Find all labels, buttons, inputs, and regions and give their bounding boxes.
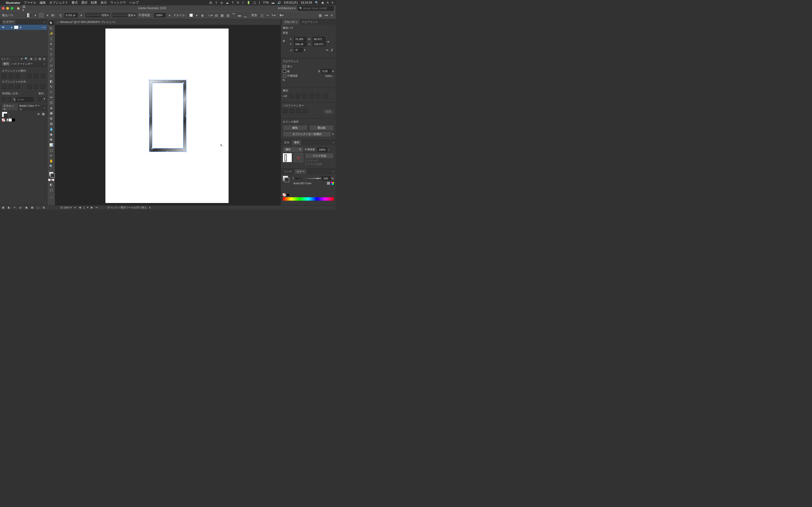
selection-tool[interactable] bbox=[48, 20, 54, 25]
timemachine-icon[interactable]: ↻ bbox=[237, 1, 239, 4]
locate-icon[interactable]: ⬈ bbox=[20, 57, 23, 60]
arrange-docs-icon[interactable]: ▥ ▾ bbox=[22, 6, 27, 10]
battery-pct[interactable]: 77% bbox=[263, 1, 269, 4]
stroke-dropdown-icon[interactable]: ▾ bbox=[45, 13, 49, 17]
menu-select[interactable]: 選択 bbox=[81, 0, 88, 5]
swatch-grid-icon[interactable]: ▦ bbox=[41, 112, 45, 116]
maximize-window-button[interactable] bbox=[11, 7, 13, 10]
shape-builder-tool[interactable]: ⬙ bbox=[48, 105, 54, 110]
lasso-tool[interactable]: ⟆ bbox=[48, 36, 54, 41]
hand-tool[interactable]: ✋ bbox=[48, 158, 54, 163]
sb-icon2[interactable]: ◧ bbox=[8, 206, 11, 209]
recolor-icon[interactable]: ◐ bbox=[201, 13, 204, 17]
p-align-r[interactable] bbox=[303, 94, 307, 98]
grid-icon[interactable]: ▦ bbox=[318, 13, 322, 17]
style-dropdown-icon[interactable]: ▾ bbox=[195, 13, 199, 17]
align-vcenter-button[interactable] bbox=[34, 74, 39, 78]
make-mask-button[interactable]: マスク作成 bbox=[305, 153, 334, 159]
stroke-box[interactable] bbox=[283, 69, 286, 73]
trans-preview[interactable] bbox=[283, 153, 292, 162]
release-button[interactable]: 解除 bbox=[283, 125, 307, 131]
nav-first-icon[interactable]: ⇤ bbox=[74, 206, 77, 209]
stroke-weight-field[interactable] bbox=[64, 13, 78, 17]
arrange-button[interactable]: 重ね順 bbox=[309, 125, 334, 131]
dist-left-button[interactable] bbox=[27, 84, 32, 89]
graph-tool[interactable]: 📊 bbox=[48, 143, 54, 147]
disclosure-icon[interactable]: ▸ bbox=[11, 26, 12, 29]
clock-date[interactable]: 8月3日(月) bbox=[284, 1, 298, 5]
zoom-tool[interactable]: 🔍 bbox=[48, 164, 54, 169]
color-chip2[interactable] bbox=[331, 182, 334, 185]
align-to-icon[interactable]: ▭▾ bbox=[209, 13, 212, 17]
find-icon[interactable]: 🔍 bbox=[24, 57, 28, 60]
dist-bottom-button[interactable] bbox=[15, 84, 20, 89]
isolate-icon[interactable]: ✂ bbox=[266, 13, 270, 17]
shaper-tool[interactable]: ⟐ bbox=[48, 73, 54, 78]
sb-icon5[interactable]: ▣ bbox=[25, 206, 29, 209]
pf-unite[interactable] bbox=[283, 109, 287, 113]
tint-field[interactable] bbox=[322, 176, 331, 181]
properties-tab[interactable]: プロパティ bbox=[282, 19, 299, 24]
notification-icon[interactable]: ≡ bbox=[332, 1, 333, 4]
links-tab[interactable]: リンク bbox=[282, 169, 294, 174]
mesh-tool[interactable]: ⊞ bbox=[48, 116, 54, 121]
opacity-value[interactable]: 100% bbox=[325, 74, 332, 77]
transparency-menu-icon[interactable]: ≡ bbox=[333, 141, 334, 144]
edit-toolbar-button[interactable]: ⋯ bbox=[48, 194, 54, 200]
menu-help[interactable]: ヘルプ bbox=[129, 0, 139, 5]
status-icon[interactable]: ⁂ bbox=[209, 1, 212, 4]
fill-dropdown-icon[interactable]: ▾ bbox=[33, 13, 37, 17]
p-align-l[interactable] bbox=[289, 94, 293, 98]
scale-tool[interactable]: ⤢ bbox=[48, 89, 54, 94]
x-field[interactable] bbox=[294, 37, 306, 41]
space-h-button[interactable] bbox=[7, 97, 11, 102]
color-menu-icon[interactable]: ≡ bbox=[333, 170, 334, 173]
none-swatch[interactable] bbox=[283, 193, 286, 196]
layers-panel-menu-icon[interactable]: ≡ bbox=[44, 20, 45, 23]
color-tab[interactable]: カラー bbox=[295, 169, 306, 174]
workspace-dropdown[interactable]: Architecture ▾ bbox=[278, 6, 296, 10]
paintbrush-tool[interactable]: 🖌 bbox=[48, 68, 54, 73]
slice-tool[interactable]: ✂ bbox=[48, 153, 54, 158]
edit-icon[interactable]: ✎▾ bbox=[272, 13, 275, 17]
flip-v-icon[interactable]: ⇵ bbox=[330, 48, 334, 52]
artboard-field[interactable]: 1 bbox=[83, 206, 85, 209]
align-top-icon[interactable]: ▔ bbox=[232, 13, 236, 17]
menu-effect[interactable]: 効果 bbox=[91, 0, 97, 5]
minimize-window-button[interactable] bbox=[6, 7, 9, 10]
magic-wand-tool[interactable]: ✨ bbox=[48, 31, 54, 36]
batch-select-button[interactable]: オブジェクトを一括選択 bbox=[283, 131, 331, 137]
rotate-tool[interactable]: ↻ bbox=[48, 84, 54, 89]
pf-intersect[interactable] bbox=[296, 109, 301, 113]
sb-icon6[interactable]: ▦ bbox=[31, 206, 34, 209]
type-tool[interactable]: T bbox=[48, 52, 54, 57]
fx-button[interactable]: fx. bbox=[283, 78, 286, 81]
align-hcenter-icon[interactable]: ▦ bbox=[220, 13, 224, 17]
align-more-icon[interactable]: ⋯ bbox=[331, 94, 334, 98]
nav-last-icon[interactable]: ⇥ bbox=[95, 206, 97, 209]
pen-tool[interactable]: ✒ bbox=[48, 42, 54, 46]
airplay-icon[interactable]: ▢ bbox=[253, 1, 256, 4]
fill-box[interactable] bbox=[283, 65, 286, 68]
alignto-button[interactable] bbox=[38, 97, 41, 102]
align-right-icon[interactable]: ▥ bbox=[226, 13, 230, 17]
home-icon[interactable]: 🏠 bbox=[17, 7, 20, 10]
menu-window[interactable]: ウィンドウ bbox=[110, 0, 126, 5]
bluetooth-icon[interactable]: ᚼ bbox=[242, 1, 244, 4]
sublayer-icon[interactable]: ◫ bbox=[34, 57, 37, 60]
trash-icon[interactable]: 🗑 bbox=[43, 57, 46, 60]
w-field[interactable] bbox=[313, 37, 325, 41]
pathfinder-tab[interactable]: パスファインダー bbox=[10, 62, 34, 66]
snap-icon[interactable]: ⇥▾ bbox=[324, 13, 328, 17]
symbol-sprayer-tool[interactable]: ✱ bbox=[48, 137, 54, 142]
menu-object[interactable]: オブジェクト bbox=[49, 0, 68, 5]
layer-row[interactable]: 👁 ▸ 0 ○ ▫ bbox=[0, 24, 47, 30]
swatches-panel-menu-icon[interactable]: ≡ bbox=[44, 106, 45, 109]
eraser-tool[interactable]: ◧ bbox=[48, 79, 54, 83]
fill-stroke-indicator[interactable] bbox=[48, 170, 54, 178]
appearance-more-icon[interactable]: ⋯ bbox=[283, 82, 334, 85]
blend-mode-dropdown[interactable]: 通常 ▾ bbox=[283, 147, 304, 152]
settings-icon[interactable]: ✱▾ bbox=[280, 13, 284, 17]
spotlight-icon[interactable]: 🔍 bbox=[315, 1, 318, 4]
p-align-t[interactable] bbox=[309, 94, 314, 98]
